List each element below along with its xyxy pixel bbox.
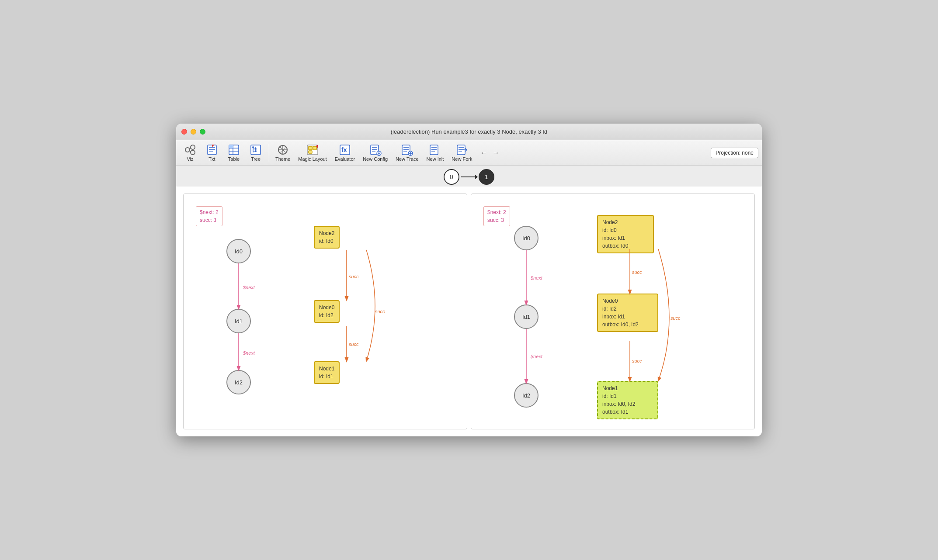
new-fork-button[interactable]: New Fork (448, 142, 476, 163)
svg-text:succ: succ (632, 270, 642, 275)
svg-text:succ: succ (670, 315, 681, 321)
txt-icon (205, 144, 219, 156)
new-trace-button[interactable]: New Trace (392, 142, 422, 163)
state-navigation: 0 1 (176, 166, 762, 187)
svg-point-0 (185, 148, 190, 152)
left-id0-circle[interactable]: Id0 (226, 239, 251, 263)
maximize-button[interactable] (200, 129, 205, 135)
svg-text:$next: $next (243, 350, 255, 356)
svg-rect-27 (309, 151, 312, 153)
fork-icon (455, 144, 469, 156)
svg-point-21 (255, 148, 257, 150)
nav-arrows: ← → (478, 148, 501, 158)
svg-line-4 (190, 151, 191, 152)
window-title: (leaderelection) Run example3 for exactl… (391, 128, 547, 135)
new-init-label: New Init (427, 156, 444, 162)
left-id2-circle[interactable]: Id2 (226, 370, 251, 394)
theme-button[interactable]: Theme (272, 142, 294, 163)
titlebar: (leaderelection) Run example3 for exactl… (176, 124, 762, 140)
svg-text:succ: succ (349, 342, 359, 347)
tree-icon (249, 144, 263, 156)
left-state-label: $next: 2succ: 3 (196, 206, 222, 226)
svg-rect-26 (313, 146, 316, 150)
right-node2-box[interactable]: Node2id: Id0inbox: Id1outbox: Id0 (597, 215, 654, 253)
table-label: Table (228, 156, 240, 162)
txt-button[interactable]: Txt (201, 142, 222, 163)
viz-button[interactable]: Viz (180, 142, 201, 163)
svg-text:$next: $next (530, 275, 543, 280)
nav-left-arrow[interactable]: ← (478, 148, 489, 158)
txt-label: Txt (208, 156, 215, 162)
evaluator-button[interactable]: fx Evaluator (331, 142, 358, 163)
svg-text:$next: $next (243, 285, 255, 290)
svg-text:succ: succ (349, 274, 359, 279)
main-content: $next: 2succ: 3 Id0 Id1 Id2 Node2id: Id0… (176, 187, 762, 436)
magic-layout-button[interactable]: Magic Layout (295, 142, 330, 163)
right-panel-inner: $next: 2succ: 3 Id0 Id1 Id2 Node2id: Id0… (475, 197, 751, 425)
svg-point-20 (252, 146, 254, 148)
svg-rect-14 (229, 145, 233, 148)
state-arrow (460, 173, 478, 181)
magic-layout-label: Magic Layout (298, 156, 327, 162)
left-id1-circle[interactable]: Id1 (226, 309, 251, 333)
left-node1-box[interactable]: Node1id: Id1 (314, 361, 340, 384)
init-icon (428, 144, 442, 156)
left-node0-box[interactable]: Node0id: Id2 (314, 300, 340, 323)
svg-text:$next: $next (530, 354, 543, 359)
table-icon (227, 144, 241, 156)
right-node0-box[interactable]: Node0id: Id2inbox: Id1outbox: Id0, Id2 (597, 294, 658, 332)
viz-label: Viz (187, 156, 193, 162)
svg-line-3 (190, 148, 191, 149)
separator-1 (269, 144, 269, 162)
projection-badge[interactable]: Projection: none (711, 148, 758, 158)
right-node1-box[interactable]: Node1id: Id1inbox: Id0, Id2outbox: Id1 (597, 381, 658, 419)
right-state-label: $next: 2succ: 3 (483, 206, 510, 226)
new-fork-label: New Fork (452, 156, 472, 162)
new-init-button[interactable]: New Init (423, 142, 448, 163)
right-id0-circle[interactable]: Id0 (514, 226, 538, 250)
svg-rect-46 (430, 145, 438, 155)
svg-point-22 (255, 150, 257, 152)
new-config-button[interactable]: New Config (359, 142, 391, 163)
svg-text:succ: succ (632, 358, 642, 363)
state-1[interactable]: 1 (479, 169, 494, 185)
close-button[interactable] (181, 129, 187, 135)
right-panel: $next: 2succ: 3 Id0 Id1 Id2 Node2id: Id0… (471, 194, 755, 429)
state-0[interactable]: 0 (444, 169, 459, 185)
svg-rect-25 (309, 146, 312, 150)
config-icon (368, 144, 382, 156)
table-button[interactable]: Table (223, 142, 244, 163)
main-window: (leaderelection) Run example3 for exactl… (176, 124, 762, 436)
right-id2-circle[interactable]: Id2 (514, 383, 538, 408)
traffic-lights (181, 129, 205, 135)
evaluator-label: Evaluator (335, 156, 355, 162)
svg-point-1 (191, 145, 195, 149)
eval-icon: fx (338, 144, 352, 156)
svg-point-2 (191, 150, 195, 155)
left-node2-box[interactable]: Node2id: Id0 (314, 226, 340, 249)
magic-icon (306, 144, 320, 156)
new-trace-label: New Trace (396, 156, 419, 162)
nav-right-arrow[interactable]: → (490, 148, 501, 158)
theme-label: Theme (275, 156, 290, 162)
right-id1-circle[interactable]: Id1 (514, 304, 538, 329)
viz-icon (183, 144, 197, 156)
minimize-button[interactable] (191, 129, 196, 135)
svg-marker-56 (475, 175, 478, 179)
svg-text:succ: succ (375, 309, 385, 314)
left-panel: $next: 2succ: 3 Id0 Id1 Id2 Node2id: Id0… (183, 194, 467, 429)
theme-icon (276, 144, 290, 156)
left-panel-inner: $next: 2succ: 3 Id0 Id1 Id2 Node2id: Id0… (187, 197, 463, 425)
svg-text:fx: fx (341, 146, 347, 153)
new-config-label: New Config (363, 156, 388, 162)
tree-button[interactable]: Tree (245, 142, 266, 163)
tree-label: Tree (251, 156, 261, 162)
toolbar: Viz Txt (176, 140, 762, 166)
trace-icon (400, 144, 414, 156)
